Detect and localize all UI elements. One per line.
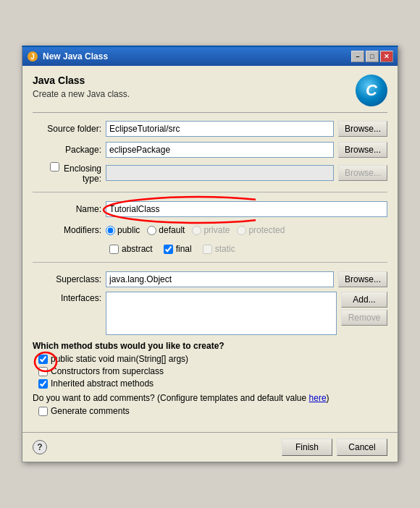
package-input[interactable] [106, 142, 334, 158]
comments-link[interactable]: here [309, 393, 327, 403]
modifier-default-label: default [159, 225, 185, 235]
stub-main-item: public static void main(String[] args) [38, 354, 387, 364]
enclosing-checkbox[interactable] [50, 162, 59, 172]
stub-constructors-item: Constructors from superclass [38, 366, 387, 376]
interfaces-buttons: Add... Remove [341, 292, 387, 326]
source-folder-row: Source folder: Browse... [33, 120, 387, 137]
stubs-section: Which method stubs would you like to cre… [33, 341, 387, 389]
source-folder-input[interactable] [106, 121, 334, 137]
enclosing-row: Enclosing type: Browse... [33, 162, 387, 184]
form-section: Source folder: Browse... Package: Browse… [33, 120, 387, 335]
stub-main-label: public static void main(String[] args) [51, 354, 188, 364]
static-checkbox [203, 245, 212, 254]
interfaces-remove-button: Remove [341, 310, 387, 326]
stub-inherited-label: Inherited abstract methods [51, 378, 154, 389]
enclosing-label: Enclosing type: [33, 162, 101, 184]
superclass-row: Superclass: Browse... [33, 271, 387, 288]
comments-section: Do you want to add comments? (Configure … [33, 393, 387, 416]
dialog-content: Java Class Create a new Java class. C So… [22, 66, 398, 425]
header-text: Java Class Create a new Java class. [33, 75, 130, 99]
modifiers-row2: abstract final static [106, 244, 387, 254]
title-bar-buttons: – □ ✕ [351, 51, 393, 62]
eclipse-logo: C [356, 75, 387, 106]
modifiers-radio-group: public default private protected [106, 225, 387, 235]
enclosing-input[interactable] [106, 165, 334, 181]
modifier-public-radio[interactable] [106, 226, 115, 235]
generate-comments-row: Generate comments [38, 406, 387, 416]
source-folder-label: Source folder: [33, 124, 101, 134]
generate-comments-checkbox[interactable] [38, 407, 48, 416]
stub-constructors-checkbox[interactable] [38, 367, 48, 376]
stubs-label: Which method stubs would you like to cre… [33, 341, 387, 351]
footer-buttons: Finish Cancel [282, 439, 387, 456]
window-icon: J [27, 51, 38, 62]
stub-main-checkbox[interactable] [38, 355, 48, 364]
footer: ? Finish Cancel [22, 432, 398, 462]
modifier-protected: protected [237, 225, 285, 235]
final-check: final [164, 244, 192, 254]
cancel-button[interactable]: Cancel [337, 439, 387, 456]
title-bar-left: J New Java Class [27, 51, 108, 62]
close-button[interactable]: ✕ [380, 51, 393, 62]
title-bar: J New Java Class – □ ✕ [22, 47, 398, 66]
modifier-default-radio[interactable] [147, 226, 156, 235]
stub-constructors-label: Constructors from superclass [51, 366, 164, 376]
modifier-private: private [192, 225, 230, 235]
modifier-default: default [147, 225, 185, 235]
header-section: Java Class Create a new Java class. C [33, 75, 387, 113]
comments-text: Do you want to add comments? (Configure … [33, 393, 309, 403]
finish-button[interactable]: Finish [282, 439, 332, 456]
enclosing-browse-button: Browse... [338, 165, 387, 181]
dialog-subtitle: Create a new Java class. [33, 89, 130, 99]
help-button[interactable]: ? [33, 440, 47, 454]
name-input[interactable] [106, 201, 387, 217]
interfaces-add-button[interactable]: Add... [341, 292, 387, 308]
source-folder-browse-button[interactable]: Browse... [338, 121, 387, 137]
package-label: Package: [33, 145, 101, 155]
interfaces-textarea[interactable] [106, 292, 337, 335]
interfaces-label: Interfaces: [33, 292, 101, 303]
modifier-public-label: public [117, 225, 140, 235]
modifier-public: public [106, 225, 140, 235]
generate-comments-label: Generate comments [51, 406, 130, 416]
interfaces-row: Interfaces: Add... Remove [33, 292, 387, 335]
maximize-button[interactable]: □ [366, 51, 379, 62]
modifier-protected-radio [237, 226, 246, 235]
modifier-protected-label: protected [248, 225, 285, 235]
abstract-check: abstract [109, 244, 153, 254]
abstract-checkbox[interactable] [109, 245, 119, 254]
new-java-class-dialog: J New Java Class – □ ✕ Java Class Create… [22, 46, 398, 462]
static-check: static [203, 244, 235, 254]
modifiers-label: Modifiers: [33, 225, 101, 235]
modifiers-row: Modifiers: public default private [33, 221, 387, 239]
superclass-input[interactable] [106, 271, 334, 287]
stub-inherited-checkbox[interactable] [38, 379, 48, 389]
modifier-private-radio [192, 226, 201, 235]
svg-text:J: J [30, 53, 35, 61]
superclass-browse-button[interactable]: Browse... [338, 271, 387, 287]
package-browse-button[interactable]: Browse... [338, 142, 387, 158]
stub-inherited-item: Inherited abstract methods [38, 378, 387, 389]
modifier-private-label: private [203, 225, 230, 235]
name-label: Name: [33, 204, 101, 214]
name-row: Name: [33, 200, 387, 218]
comments-text2: ) [327, 393, 329, 403]
final-checkbox[interactable] [164, 245, 173, 254]
package-row: Package: Browse... [33, 141, 387, 158]
superclass-label: Superclass: [33, 274, 101, 284]
window-title: New Java Class [43, 51, 108, 62]
minimize-button[interactable]: – [351, 51, 364, 62]
dialog-title: Java Class [33, 75, 130, 86]
